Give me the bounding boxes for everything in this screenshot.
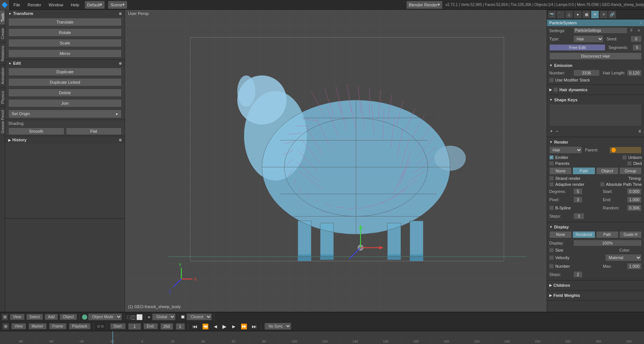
adaptive-check[interactable] [549,182,554,187]
parents-check[interactable] [549,161,554,166]
vb-add[interactable]: Add [45,314,58,320]
display-rendered-btn[interactable]: Rendered [572,231,595,238]
set-origin-button[interactable]: Set Origin ▸ [8,110,122,118]
tl-current[interactable]: 1 [176,323,185,330]
menu-window[interactable]: Window [45,0,67,9]
snap-icon[interactable]: 🔲 [180,315,185,319]
emission-header[interactable]: ▼ Emission [547,62,644,69]
scene-selector[interactable]: Scene ▾ [108,1,127,9]
vb-grid-icon[interactable]: ⊞ [1,314,8,320]
steps-disp-value[interactable]: 2 [573,271,583,278]
size-check[interactable] [549,248,554,252]
delete-button[interactable]: Delete [8,89,122,97]
tab-physics[interactable]: Physics [0,87,5,107]
tl-frame[interactable]: Frame [49,323,67,329]
unborn-check[interactable] [622,155,627,160]
sk-remove[interactable]: − [555,128,559,135]
path-object-btn[interactable]: Object [596,167,619,175]
tab-tools[interactable]: Tools [0,10,5,25]
sk-add[interactable]: + [549,128,553,135]
tl-next-key-btn[interactable]: ► [230,323,237,329]
tl-marker[interactable]: Marker [28,323,47,329]
join-button[interactable]: Join [8,99,122,107]
tl-view[interactable]: View [11,323,26,329]
window-type-selector[interactable]: Default ▾ [85,1,105,9]
global-select[interactable]: Global [152,313,176,320]
free-edit-button[interactable]: Free Edit [549,44,605,51]
segments-value[interactable]: 5 [632,44,642,51]
color-select[interactable]: Material [605,254,642,261]
vb-view[interactable]: View [10,314,25,320]
path-path-btn[interactable]: Path [572,167,595,175]
shape-keys-header[interactable]: ▼ Shape Keys [547,96,644,103]
tab-create[interactable]: Create [0,25,5,42]
rp-icon-texture[interactable]: ▦ [582,10,590,19]
tab-grease-pencil[interactable]: Grease Pencil [0,107,5,136]
strand-render-check[interactable] [549,176,554,181]
abs-check[interactable] [600,182,605,187]
velocity-check[interactable] [549,255,554,260]
mirror-button[interactable]: Mirror [8,49,122,58]
tl-end-val[interactable]: 250 [160,323,173,330]
display-pct-value[interactable]: 100% [573,240,642,246]
viewport[interactable]: User Persp [125,10,547,312]
max-value[interactable]: 1.000 [627,263,642,270]
engine-selector[interactable]: Blender Render ▾ [406,1,443,9]
tl-start-val[interactable]: 1 [128,323,141,330]
mode-dropdown[interactable]: Object Mode [88,313,122,320]
field-weights-header[interactable]: ▶ Field Weights [547,292,644,299]
duplicate-button[interactable]: Duplicate [8,68,122,76]
type-select[interactable]: Hair [573,35,604,43]
tl-playback[interactable]: Playback [69,323,91,329]
duplicate-linked-button[interactable]: Duplicate Linked [8,78,122,86]
display-guide-btn[interactable]: Guide H [619,231,642,238]
history-header[interactable]: ▶History ⊕ [5,136,125,144]
tl-next-btn[interactable]: ⏩ [240,323,248,329]
display-path-btn[interactable]: Path [596,231,619,238]
bspline-check[interactable] [549,206,554,210]
settings-close[interactable]: ✕ [636,28,642,33]
disconnect-hair-button[interactable]: Disconnect Hair [549,52,642,60]
hair-dynamics-header[interactable]: ▶ Hair dynamics [547,86,644,93]
render-type-select[interactable]: Hair [549,146,582,154]
parent-value[interactable]: 🟠 [609,147,642,154]
seed-value[interactable]: 0 [631,36,642,42]
tl-play-btn[interactable]: ▶ [221,323,228,329]
path-group-btn[interactable]: Group [619,167,642,175]
translate-button[interactable]: Translate [8,18,122,26]
rp-icon-material[interactable]: ● [574,10,582,19]
tl-prev-key-btn[interactable]: ◄ [212,323,219,329]
died-check[interactable] [627,161,632,166]
render-header[interactable]: ▼ Render [547,139,644,145]
hair-dynamics-check[interactable] [553,87,558,92]
emitter-check[interactable]: ✓ [549,155,554,160]
rp-icon-object[interactable]: ⬛ [556,10,565,19]
children-header[interactable]: ▶ Children [547,282,644,289]
vb-select[interactable]: Select [26,314,43,320]
menu-help[interactable]: Help [67,0,83,9]
flat-button[interactable]: Flat [66,128,122,135]
number-disp-check[interactable] [549,264,554,268]
snap-select[interactable]: Closest [186,313,212,320]
start-value[interactable]: 0.000 [627,188,642,195]
view-persp-toggle[interactable]: □ [127,314,130,320]
number-value[interactable]: 3336 [573,70,600,76]
rp-icon-physics[interactable]: ⚛ [599,10,608,19]
transform-header[interactable]: ▼Transform ⊕ [5,10,125,17]
tab-relations[interactable]: Relations [0,42,5,64]
rp-icon-constraints[interactable]: 🔗 [608,10,616,19]
rp-icon-mesh[interactable]: △ [565,10,573,19]
random-value[interactable]: 0.306 [627,205,642,211]
tl-grid-icon[interactable]: ⊞ [2,323,9,330]
use-modifier-check[interactable] [549,78,554,82]
menu-file[interactable]: File [10,0,24,9]
view-wire-toggle[interactable]: ◫ [131,314,136,320]
tl-first-btn[interactable]: ⏮ [191,323,199,329]
view-texture-toggle[interactable]: ⬜ [136,314,143,320]
vb-object[interactable]: Object [60,314,77,320]
path-none-btn[interactable]: None [549,167,572,175]
rp-icon-particles[interactable]: ✦ [591,10,599,19]
scale-button[interactable]: Scale [8,39,122,47]
tl-prev-btn[interactable]: ⏪ [201,323,210,329]
tl-last-btn[interactable]: ⏭ [250,323,258,329]
